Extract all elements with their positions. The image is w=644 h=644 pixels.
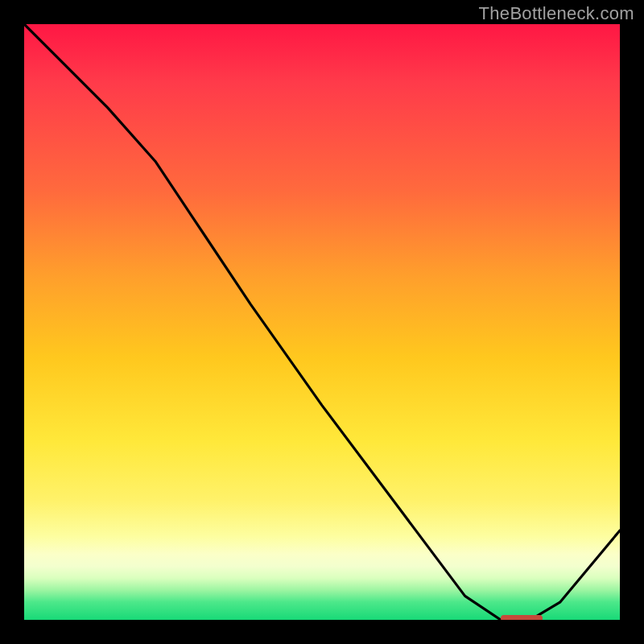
minimum-marker <box>501 615 543 620</box>
bottleneck-curve <box>24 24 620 620</box>
plot-area <box>24 24 620 620</box>
watermark-text: TheBottleneck.com <box>479 3 634 24</box>
chart-frame: TheBottleneck.com <box>0 0 644 644</box>
curve-svg <box>24 24 620 620</box>
